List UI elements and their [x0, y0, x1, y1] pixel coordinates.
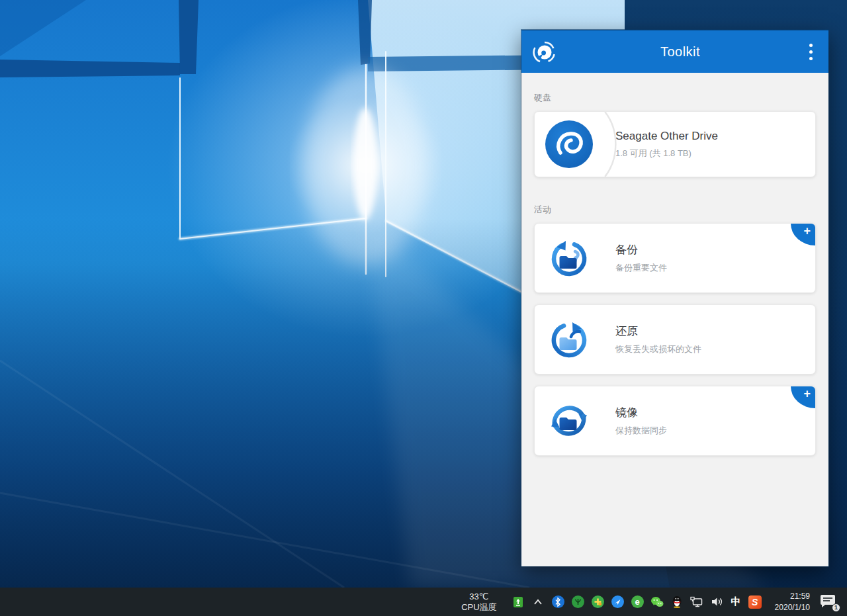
activity-title: 镜像 — [615, 405, 667, 420]
taskbar-clock[interactable]: 21:59 2020/1/10 — [775, 591, 810, 612]
desktop: Toolkit 硬盘 — [0, 0, 847, 616]
plus-icon: + — [803, 225, 811, 237]
plus-icon: + — [803, 388, 811, 400]
sogou-icon[interactable]: S — [748, 595, 762, 609]
activity-card-backup[interactable]: 备份 备份重要文件 + — [534, 223, 816, 293]
add-plan-badge[interactable]: + — [791, 386, 815, 408]
cpu-temp-label: CPU温度 — [461, 602, 496, 613]
action-center-icon[interactable]: 1 — [819, 594, 839, 611]
restore-icon — [535, 319, 603, 360]
add-plan-badge[interactable]: + — [791, 224, 815, 245]
section-label-activities: 活动 — [534, 204, 816, 216]
activity-card-restore[interactable]: 还原 恢复丢失或损坏的文件 — [534, 304, 816, 374]
activity-subtitle: 保持数据同步 — [615, 425, 667, 437]
usb-eject-icon[interactable] — [512, 595, 525, 609]
activity-card-mirror[interactable]: 镜像 保持数据同步 + — [534, 386, 816, 456]
seagate-logo-icon — [535, 120, 603, 169]
toolkit-header: Toolkit — [521, 30, 828, 73]
kebab-menu-icon[interactable] — [803, 41, 818, 64]
notification-badge: 1 — [832, 603, 840, 612]
network-icon[interactable] — [690, 595, 704, 609]
green-app-icon[interactable] — [571, 595, 585, 609]
activity-subtitle: 恢复丢失或损坏的文件 — [615, 343, 701, 355]
map-app-icon[interactable] — [591, 595, 605, 609]
mirror-icon — [535, 400, 603, 441]
card-separator-arc — [603, 112, 621, 177]
activity-subtitle: 备份重要文件 — [615, 262, 667, 274]
cpu-temp-widget[interactable]: 33℃ CPU温度 — [461, 592, 496, 612]
system-tray: e — [512, 595, 762, 609]
clock-time: 21:59 — [775, 591, 810, 601]
toolkit-body: 硬盘 Seagate Other Drive — [521, 73, 828, 467]
clock-date: 2020/1/10 — [775, 602, 810, 613]
activity-title: 备份 — [615, 242, 667, 257]
activity-title: 还原 — [615, 324, 701, 339]
drive-name: Seagate Other Drive — [615, 130, 718, 143]
toolkit-disc-logo — [532, 40, 557, 65]
taskbar: 33℃ CPU温度 — [0, 588, 847, 616]
window-title: Toolkit — [557, 44, 803, 60]
drive-card[interactable]: Seagate Other Drive 1.8 可用 (共 1.8 TB) — [534, 111, 816, 177]
bluetooth-icon[interactable] — [551, 595, 565, 609]
section-label-drives: 硬盘 — [534, 92, 816, 104]
ime-indicator[interactable]: 中 — [731, 595, 741, 608]
wechat-icon[interactable] — [650, 595, 664, 609]
toolkit-window: Toolkit 硬盘 — [521, 30, 828, 566]
volume-icon[interactable] — [710, 595, 724, 609]
tray-expand-chevron[interactable] — [531, 595, 545, 609]
backup-icon — [535, 238, 603, 279]
blue-app-icon[interactable] — [611, 595, 625, 609]
qq-icon[interactable] — [670, 595, 684, 609]
drive-capacity: 1.8 可用 (共 1.8 TB) — [615, 148, 718, 159]
cpu-temp-value: 33℃ — [461, 592, 496, 602]
browser-e-icon[interactable]: e — [631, 595, 645, 609]
